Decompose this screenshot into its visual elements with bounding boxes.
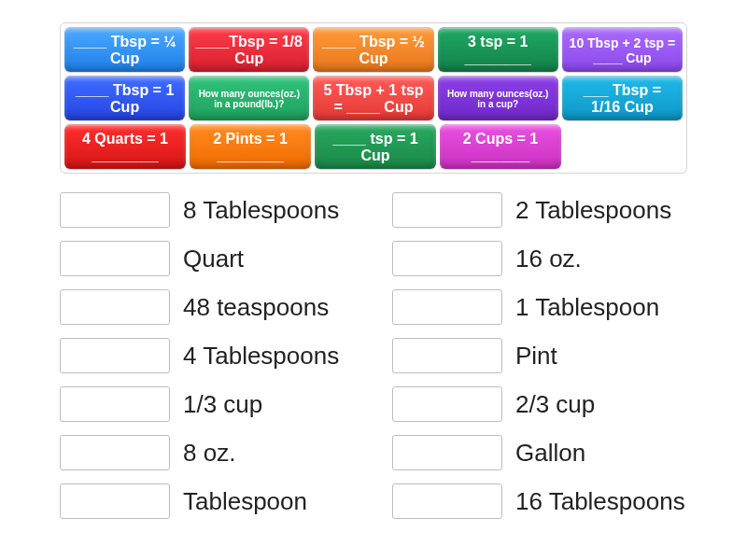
draggable-tile[interactable]: ____ tsp = 1 Cup (315, 124, 436, 169)
draggable-tile[interactable]: How many ounces(oz.) in a cup? (438, 76, 558, 120)
answer-label: 16 oz. (515, 245, 582, 273)
draggable-tile[interactable]: 2 Pints = 1 ________ (190, 124, 311, 169)
answer-row: 2/3 cup (392, 386, 687, 422)
tile-tray: ____ Tbsp = ¼ Cup ____Tbsp = 1/8 Cup ___… (60, 22, 687, 174)
answer-label: 8 Tablespoons (183, 196, 339, 225)
answer-row: 4 Tablespoons (60, 338, 355, 373)
answer-label: 8 oz. (183, 439, 235, 468)
answer-label: 2 Tablespoons (515, 196, 671, 225)
answer-row: 16 Tablespoons (392, 483, 687, 519)
answer-row: 2 Tablespoons (392, 192, 687, 228)
answers-grid: 8 Tablespoons 2 Tablespoons Quart 16 oz.… (60, 189, 687, 519)
draggable-tile[interactable]: ____Tbsp = 1/8 Cup (189, 27, 309, 72)
answer-row: 1/3 cup (60, 386, 355, 422)
tile-row-2: 4 Quarts = 1 ________ 2 Pints = 1 ______… (64, 124, 683, 169)
drop-slot[interactable] (60, 435, 170, 470)
drop-slot[interactable] (392, 386, 502, 422)
answer-row: 16 oz. (392, 241, 687, 276)
answer-label: Gallon (515, 439, 585, 468)
drop-slot[interactable] (392, 338, 502, 373)
drop-slot[interactable] (60, 289, 170, 325)
draggable-tile[interactable]: ____ Tbsp = ¼ Cup (64, 27, 185, 72)
draggable-tile[interactable]: 3 tsp = 1 ________ (438, 27, 558, 72)
answer-label: Pint (515, 342, 557, 371)
draggable-tile[interactable]: 4 Quarts = 1 ________ (64, 124, 186, 169)
answer-label: 4 Tablespoons (183, 342, 339, 371)
tile-row-0: ____ Tbsp = ¼ Cup ____Tbsp = 1/8 Cup ___… (64, 27, 683, 72)
tile-row-1: ____ Tbsp = 1 Cup How many ounces(oz.) i… (64, 76, 683, 120)
drop-slot[interactable] (392, 435, 502, 470)
drop-slot[interactable] (60, 483, 170, 519)
drop-slot[interactable] (392, 192, 502, 228)
answer-row: Quart (60, 241, 355, 276)
drop-slot[interactable] (392, 241, 502, 276)
answer-row: 8 Tablespoons (60, 192, 355, 228)
answer-row: 48 teaspoons (60, 289, 355, 325)
draggable-tile[interactable]: How many ounces(oz.) in a pound(lb.)? (189, 76, 309, 120)
answer-label: 16 Tablespoons (515, 487, 685, 516)
draggable-tile[interactable]: ___ Tbsp = 1/16 Cup (562, 76, 683, 120)
answer-row: Pint (392, 338, 687, 373)
draggable-tile[interactable]: ____ Tbsp = 1 Cup (64, 76, 185, 120)
draggable-tile[interactable]: 10 Tbsp + 2 tsp = ____ Cup (562, 27, 683, 72)
draggable-tile[interactable]: 2 Cups = 1 _______ (440, 124, 561, 169)
answer-label: Quart (183, 245, 244, 273)
answer-label: 1/3 cup (183, 390, 262, 419)
draggable-tile[interactable]: ____ Tbsp = ½ Cup (313, 27, 433, 72)
activity-stage: ____ Tbsp = ¼ Cup ____Tbsp = 1/8 Cup ___… (0, 0, 747, 560)
answer-row: Gallon (392, 435, 687, 470)
drop-slot[interactable] (60, 241, 170, 276)
drop-slot[interactable] (60, 192, 170, 228)
answer-label: Tablespoon (183, 487, 307, 516)
drop-slot[interactable] (60, 338, 170, 373)
answer-label: 48 teaspoons (183, 293, 329, 322)
drop-slot[interactable] (60, 386, 170, 422)
answer-label: 2/3 cup (515, 390, 595, 419)
drop-slot[interactable] (392, 483, 502, 519)
answer-row: 8 oz. (60, 435, 355, 470)
draggable-tile[interactable]: 5 Tbsp + 1 tsp = ____ Cup (313, 76, 433, 120)
drop-slot[interactable] (392, 289, 502, 325)
answer-row: 1 Tablespoon (392, 289, 687, 325)
answer-label: 1 Tablespoon (515, 293, 659, 322)
answer-row: Tablespoon (60, 483, 355, 519)
